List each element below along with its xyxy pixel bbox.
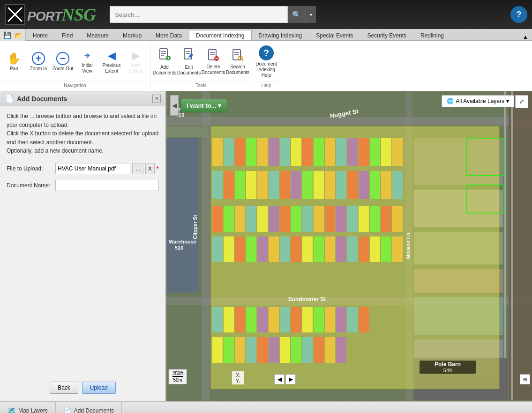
svg-text:510: 510 xyxy=(175,245,183,251)
zoom-in-button[interactable]: + Zoom In xyxy=(26,48,51,75)
map-layers-tab[interactable]: 🗺️ Map Layers xyxy=(0,402,56,413)
layers-label: All Available Layers xyxy=(456,98,504,104)
panel-instructions: Click the ... browse button and browse t… xyxy=(7,112,159,155)
zoom-out-button[interactable]: − Zoom Out xyxy=(51,48,75,75)
search-container: 🔍 ▾ xyxy=(110,6,506,23)
layers-chevron-icon: ▾ xyxy=(506,98,509,104)
upload-button[interactable]: Upload xyxy=(82,382,116,394)
initial-view-label: InitialView xyxy=(82,63,92,74)
file-icons: 💾 📂 xyxy=(0,29,26,41)
previous-extent-button[interactable]: ◀ PreviousExtent xyxy=(99,47,124,76)
layers-dropdown[interactable]: 🌐 All Available Layers ▾ xyxy=(442,95,514,107)
document-indexing-help-label: DocumentIndexing Help xyxy=(255,61,277,78)
tab-document-indexing[interactable]: Document Indexing xyxy=(189,30,251,40)
map-layers-icon: 🗺️ xyxy=(7,407,15,413)
pan-label: Pan xyxy=(10,66,18,72)
svg-text:Warehouse: Warehouse xyxy=(169,239,196,244)
map-expand-button[interactable]: ⤢ xyxy=(515,95,528,108)
search-dropdown-button[interactable]: ▾ xyxy=(306,6,316,23)
delete-documents-label: DeleteDocuments xyxy=(202,64,225,75)
search-documents-button[interactable]: SearchDocuments xyxy=(225,46,250,78)
initial-view-icon: ⌖ xyxy=(84,50,90,62)
next-extent-label: NextExtent xyxy=(129,63,142,74)
coord-y: Y: xyxy=(236,378,240,384)
add-documents-button[interactable]: AddDocuments xyxy=(152,45,177,78)
ribbon-tabs: Home Find Measure Markup More Data Docum… xyxy=(26,29,532,41)
tab-home[interactable]: Home xyxy=(26,30,55,40)
file-browse-button[interactable]: ... xyxy=(132,163,143,174)
tab-more-data[interactable]: More Data xyxy=(149,30,189,40)
zoom-out-icon: − xyxy=(56,52,69,65)
add-documents-tab[interactable]: 📄 Add Documents xyxy=(56,402,122,413)
map-aerial: Nugget St Clipper St Moreno Ln Sundowner… xyxy=(166,91,532,401)
help-button[interactable]: ? xyxy=(510,6,527,23)
panel-buttons: Back Upload xyxy=(0,377,165,401)
svg-rect-27 xyxy=(166,117,532,125)
open-button[interactable]: 📂 xyxy=(13,30,23,40)
topbar: N PORTNSG 🔍 ▾ ? xyxy=(0,0,532,29)
add-documents-tab-label: Add Documents xyxy=(74,407,114,413)
panel-body: Click the ... browse button and browse t… xyxy=(0,106,165,377)
coord-x: X: xyxy=(236,372,240,378)
layers-globe-icon: 🌐 xyxy=(447,98,454,104)
search-documents-icon xyxy=(231,49,244,63)
add-documents-label: AddDocuments xyxy=(153,65,177,76)
help-group-label: Help xyxy=(254,81,278,90)
svg-text:549: 549 xyxy=(443,368,452,373)
tab-drawing-indexing[interactable]: Drawing Indexing xyxy=(252,30,309,40)
search-button[interactable]: 🔍 xyxy=(288,6,306,23)
nav-left-button[interactable]: ◀ xyxy=(274,374,285,384)
i-want-to-button[interactable]: I want to... ▾ xyxy=(180,99,227,112)
panel-close-button[interactable]: ✕ xyxy=(152,95,161,103)
map-layers-label: Map Layers xyxy=(18,407,48,413)
nav-right-button[interactable]: ▶ xyxy=(285,374,296,384)
next-extent-button[interactable]: ▶ NextExtent xyxy=(124,47,148,76)
back-button[interactable]: Back xyxy=(50,382,78,394)
edit-documents-button[interactable]: EditDocuments xyxy=(177,45,201,78)
nav-group-label: Navigation xyxy=(2,81,148,90)
ribbon-toolbar: ✋ Pan + Zoom In − Zoom Out ⌖ InitialView… xyxy=(0,41,532,91)
required-star: * xyxy=(157,165,159,172)
search-documents-label: SearchDocuments xyxy=(226,64,250,75)
svg-rect-28 xyxy=(202,91,210,401)
ribbon-collapse-button[interactable]: ▲ xyxy=(519,34,532,40)
pan-button[interactable]: ✋ Pan xyxy=(2,48,26,75)
help-group: ? DocumentIndexing Help Help xyxy=(252,42,280,90)
svg-text:Moreno Ln: Moreno Ln xyxy=(405,233,411,259)
panel-header-icon: 📄 xyxy=(5,94,14,103)
bottom-bar: 🗺️ Map Layers 📄 Add Documents xyxy=(0,401,532,413)
document-name-input[interactable] xyxy=(55,180,159,191)
svg-text:Clipper St: Clipper St xyxy=(192,215,198,239)
delete-documents-button[interactable]: DeleteDocuments xyxy=(201,46,225,78)
pan-icon: ✋ xyxy=(7,52,21,65)
tab-special-events[interactable]: Special Events xyxy=(309,30,360,40)
tab-security-events[interactable]: Security Events xyxy=(360,30,413,40)
file-clear-button[interactable]: X xyxy=(145,163,154,174)
file-upload-input[interactable] xyxy=(55,163,130,174)
initial-view-button[interactable]: ⌖ InitialView xyxy=(75,47,99,76)
map-container[interactable]: Nugget St Clipper St Moreno Ln Sundowner… xyxy=(166,91,532,401)
tab-redlining[interactable]: Redlining xyxy=(413,30,451,40)
document-indexing-help-button[interactable]: ? DocumentIndexing Help xyxy=(254,43,278,81)
nav-group: ✋ Pan + Zoom In − Zoom Out ⌖ InitialView… xyxy=(0,42,150,90)
previous-extent-icon: ◀ xyxy=(108,50,116,62)
file-upload-label: File to Upload: xyxy=(7,165,53,172)
tools-group-label: Tools xyxy=(152,81,250,90)
logo-icon: N xyxy=(5,4,25,25)
svg-rect-20 xyxy=(233,50,240,60)
delete-documents-icon xyxy=(207,49,220,63)
save-button[interactable]: 💾 xyxy=(2,30,12,40)
scale-bar: 250ft 50m xyxy=(168,369,187,384)
search-input[interactable] xyxy=(110,6,288,23)
edit-documents-icon xyxy=(182,48,195,64)
file-upload-row: File to Upload: ... X * xyxy=(7,163,159,174)
collapse-left-button[interactable]: ◀ xyxy=(170,95,179,116)
scale-m: 50m xyxy=(172,377,183,383)
tab-find[interactable]: Find xyxy=(55,30,80,40)
add-documents-icon xyxy=(158,48,171,64)
tab-measure[interactable]: Measure xyxy=(80,30,116,40)
document-indexing-help-icon: ? xyxy=(259,45,274,60)
logo-text: PORTNSG xyxy=(27,4,96,25)
zoom-fit-button[interactable]: ⊞ xyxy=(520,374,530,384)
tab-markup[interactable]: Markup xyxy=(116,30,149,40)
